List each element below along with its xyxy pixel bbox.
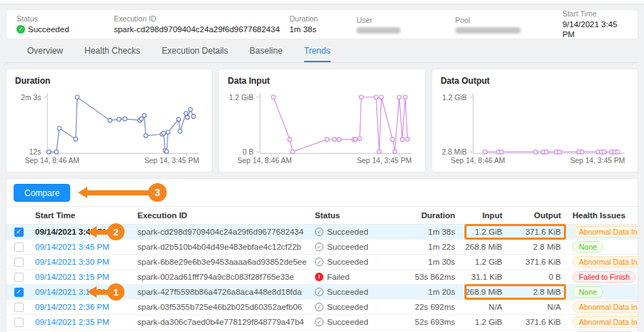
status-icon: ✓ xyxy=(315,258,323,266)
execution-id-value: spark-cd298d9709404c24a29f6d9677682434 xyxy=(114,24,290,34)
tab-overview[interactable]: Overview xyxy=(27,39,63,62)
svg-text:1.2 GiB: 1.2 GiB xyxy=(229,94,253,102)
output-cell: 371.6 KiB xyxy=(505,318,564,326)
status-cell: ✓ Succeeded xyxy=(311,318,396,326)
input-cell: 1.2 GiB xyxy=(461,318,505,326)
duration-cell: 1m 38s xyxy=(396,228,461,236)
col-output: Output xyxy=(505,211,564,220)
duration-chart-card: Duration 2m 3s12sSep 14, 8:46 AMSep 14, … xyxy=(6,69,213,172)
svg-text:Sep 14, 8:46 AM: Sep 14, 8:46 AM xyxy=(450,157,504,165)
start-time-link[interactable]: 09/14/2021 3:30 PM xyxy=(31,258,133,266)
table-row: 09/14/2021 3:15 PM spark-427f5598b86a472… xyxy=(6,285,638,300)
duration-cell: 53s 862ms xyxy=(396,273,461,281)
output-cell: N/A xyxy=(505,303,564,311)
execution-id-field: Execution ID spark-cd298d9709404c24a29f6… xyxy=(114,14,290,34)
status-label: Status xyxy=(16,14,114,23)
svg-text:Sep 14, 3:45 PM: Sep 14, 3:45 PM xyxy=(145,157,200,165)
health-issues-cell: None xyxy=(564,286,638,298)
row-checkbox[interactable] xyxy=(14,318,24,327)
redacted-user-value xyxy=(356,27,401,34)
input-cell: 31.1 KiB xyxy=(461,273,505,281)
svg-text:12s: 12s xyxy=(29,148,42,156)
health-badge: Abnormal Data Input xyxy=(572,316,638,328)
pool-field: Pool xyxy=(455,16,562,34)
row-checkbox[interactable] xyxy=(14,228,24,237)
duration-cell: 1m 20s xyxy=(396,288,461,296)
health-issues-cell: None xyxy=(564,241,638,253)
svg-text:2.8 MiB: 2.8 MiB xyxy=(441,148,467,156)
execution-id: spark-da306c7aed0b4e778129f848779a47b4 xyxy=(133,318,311,326)
data-output-chart-title: Data Output xyxy=(441,76,629,86)
data-input-chart-card: Data Input 1.2 GiB0 BSep 14, 8:46 AMSep … xyxy=(218,69,425,172)
table-row: 09/14/2021 2:35 PM spark-da306c7aed0b4e7… xyxy=(6,315,638,330)
start-time-link[interactable]: 09/14/2021 2:36 PM xyxy=(31,303,133,311)
svg-text:1.2 GiB: 1.2 GiB xyxy=(442,94,467,102)
status-icon: ✓ xyxy=(315,318,323,326)
duration-cell: 1m 30s xyxy=(396,258,461,266)
execution-id: spark-6b8e29e6b3e9453aaaa6ad93852de5ee xyxy=(133,258,311,266)
output-cell: 371.6 KiB xyxy=(505,228,564,236)
execution-id: spark-d2b510b4b04d49e483ebfae4c12cf22b xyxy=(133,243,311,251)
data-input-chart-title: Data Input xyxy=(228,76,416,86)
input-cell: N/A xyxy=(461,303,505,311)
duration-chart-title: Duration xyxy=(15,76,203,86)
health-issues-cell: Abnormal Data Input xyxy=(564,256,638,268)
health-badge: None xyxy=(572,286,603,298)
compare-button[interactable]: Compare xyxy=(14,184,70,202)
duration-field: Duration 1m 38s xyxy=(289,14,356,34)
col-execution-id: Execution ID xyxy=(133,211,311,220)
table-body: 09/14/2021 3:45 PM spark-cd298d9709404c2… xyxy=(6,225,638,332)
row-checkbox[interactable] xyxy=(14,288,24,297)
start-time-link[interactable]: 09/14/2021 3:15 PM xyxy=(31,288,133,296)
output-cell: 0 B xyxy=(505,273,564,281)
status-cell: ✓ Succeeded xyxy=(311,303,396,311)
health-issues-cell: Abnormal Data Input xyxy=(564,226,638,238)
table-row: 09/14/2021 3:30 PM spark-6b8e29e6b3e9453… xyxy=(6,255,638,270)
table-toolbar: Compare xyxy=(6,179,638,206)
svg-text:Sep 14, 8:46 AM: Sep 14, 8:46 AM xyxy=(238,157,292,165)
tab-bar: Overview Health Checks Execution Details… xyxy=(6,39,638,63)
col-health-issues: Health Issues xyxy=(564,211,638,220)
svg-text:Sep 14, 3:45 PM: Sep 14, 3:45 PM xyxy=(570,157,625,165)
execution-summary-bar: Status ✓ Succeeded Execution ID spark-cd… xyxy=(6,9,638,39)
tab-health-checks[interactable]: Health Checks xyxy=(84,39,140,62)
input-cell: 268.8 MiB xyxy=(461,243,505,251)
svg-text:Sep 14, 3:45 PM: Sep 14, 3:45 PM xyxy=(357,157,412,165)
duration-cell: 22s 692ms xyxy=(396,303,461,311)
start-time-link[interactable]: 09/14/2021 2:35 PM xyxy=(31,318,133,326)
output-cell: 2.8 MiB xyxy=(505,288,564,296)
col-input: Input xyxy=(461,211,505,220)
input-cell: 1.2 GiB xyxy=(461,258,505,266)
input-cell: 268.9 MiB xyxy=(461,288,505,296)
tab-baseline[interactable]: Baseline xyxy=(250,39,283,62)
trend-charts-row: Duration 2m 3s12sSep 14, 8:46 AMSep 14, … xyxy=(6,69,638,172)
table-row: 09/14/2021 3:45 PM spark-d2b510b4b04d49e… xyxy=(6,240,638,255)
input-cell: 1.2 GiB xyxy=(461,228,505,236)
health-badge: Abnormal Data Input xyxy=(572,301,638,313)
duration-cell: 1m 22s xyxy=(396,243,461,251)
duration-value: 1m 38s xyxy=(289,24,356,34)
health-badge: None xyxy=(572,241,603,253)
tab-execution-details[interactable]: Execution Details xyxy=(162,39,228,62)
start-time-link[interactable]: 09/14/2021 3:15 PM xyxy=(31,273,133,281)
row-checkbox[interactable] xyxy=(14,273,24,282)
execution-id: spark-03f5355b725e46b2b025d60352aefb06 xyxy=(133,303,311,311)
start-time-link[interactable]: 09/14/2021 3:45 PM xyxy=(31,243,133,251)
page: Status ✓ Succeeded Execution ID spark-cd… xyxy=(0,4,644,332)
health-issues-cell: Failed to Finish xyxy=(564,271,638,283)
output-cell: 371.6 KiB xyxy=(505,258,564,266)
start-time-link[interactable]: 09/14/2021 3:45 PM xyxy=(31,228,133,236)
col-duration: Duration xyxy=(396,211,461,220)
tab-trends[interactable]: Trends xyxy=(304,39,331,62)
table-row: 09/14/2021 2:36 PM spark-03f5355b725e46b… xyxy=(6,300,638,315)
succeeded-check-icon: ✓ xyxy=(16,25,25,34)
row-checkbox[interactable] xyxy=(14,303,24,312)
svg-text:Sep 14, 8:46 AM: Sep 14, 8:46 AM xyxy=(25,157,79,165)
execution-id: spark-cd298d9709404c24a29f6d9677682434 xyxy=(133,228,311,236)
row-checkbox[interactable] xyxy=(14,258,24,267)
health-badge: Failed to Finish xyxy=(572,271,636,283)
status-value: ✓ Succeeded xyxy=(16,24,114,34)
row-checkbox[interactable] xyxy=(14,243,24,252)
user-field: User xyxy=(356,16,455,34)
col-status: Status xyxy=(311,211,396,220)
